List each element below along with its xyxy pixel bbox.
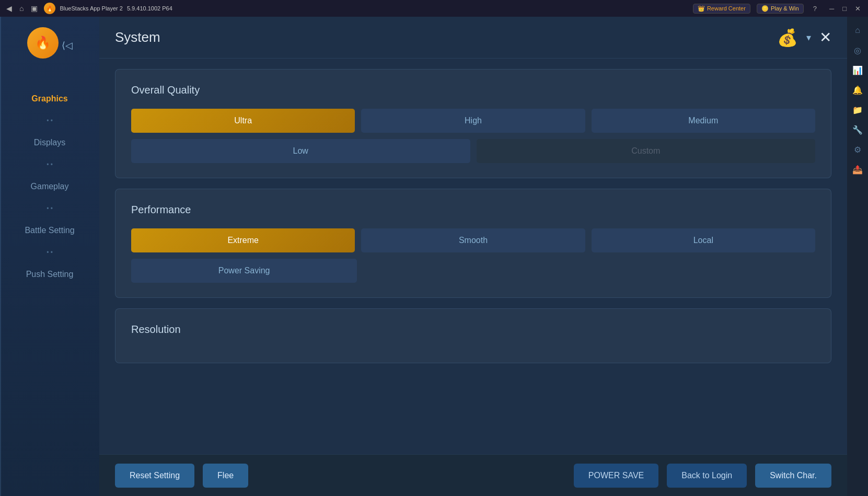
quality-medium-button[interactable]: Medium — [592, 109, 815, 133]
right-icon-stats[interactable]: 📊 — [848, 61, 867, 79]
right-icon-home[interactable]: ⌂ — [848, 21, 867, 40]
reward-center-button[interactable]: 👑 Reward Center — [693, 4, 750, 14]
sidebar-logo: 🔥 ⟨◁ — [27, 27, 73, 64]
sidebar-avatar: 🔥 — [27, 27, 59, 59]
sidebar-item-graphics[interactable]: Graphics — [0, 85, 99, 113]
crown-icon: 👑 — [698, 5, 705, 12]
performance-row-1: Extreme Smooth Local — [131, 228, 815, 252]
right-icon-upload[interactable]: 📤 — [848, 160, 867, 179]
perf-smooth-button[interactable]: Smooth — [361, 228, 585, 252]
sidebar-gameplay-label: Gameplay — [31, 182, 69, 191]
page-button[interactable]: ▣ — [29, 3, 40, 14]
sidebar-dots-2: • • — [0, 161, 99, 168]
right-icon-eye[interactable]: ◎ — [848, 41, 867, 60]
window-close-button[interactable]: ✕ — [852, 4, 864, 14]
sidebar-item-battle-setting[interactable]: Battle Setting — [0, 216, 99, 245]
performance-row-2: Power Saving — [131, 259, 815, 283]
play-win-button[interactable]: 🪙 Play & Win — [757, 4, 804, 14]
perf-extreme-button[interactable]: Extreme — [131, 228, 355, 252]
money-bag-icon: 💰 — [777, 28, 798, 48]
sidebar-logo-arrows: ⟨◁ — [62, 40, 73, 51]
scrollable-content: Overall Quality Ultra High Medium Low Cu… — [99, 59, 847, 454]
sidebar-graphics-label: Graphics — [31, 94, 67, 103]
perf-local-button[interactable]: Local — [592, 228, 815, 252]
quality-low-button[interactable]: Low — [131, 139, 470, 163]
sidebar-dots-4: • • — [0, 249, 99, 256]
power-save-button[interactable]: POWER SAVE — [574, 464, 658, 488]
main-area: 🔥 ⟨◁ Graphics • • Displays • • Gameplay … — [0, 17, 868, 496]
sidebar-dots-1: • • — [0, 117, 99, 124]
flee-button[interactable]: Flee — [203, 464, 248, 488]
resolution-title: Resolution — [131, 324, 815, 336]
right-icon-gear[interactable]: ⚙ — [848, 140, 867, 159]
system-close-button[interactable]: ✕ — [819, 29, 831, 46]
app-version: 5.9.410.1002 P64 — [127, 5, 172, 11]
resolution-section: Resolution — [115, 308, 831, 363]
quality-button-grid: Ultra High Medium Low Custom — [131, 109, 815, 163]
app-icon: 🔥 — [44, 3, 55, 14]
reward-center-label: Reward Center — [707, 5, 746, 11]
performance-button-grid: Extreme Smooth Local Power Saving — [131, 228, 815, 283]
sidebar: 🔥 ⟨◁ Graphics • • Displays • • Gameplay … — [0, 17, 99, 496]
dropdown-arrow-icon[interactable]: ▾ — [806, 32, 811, 43]
minimize-button[interactable]: ─ — [826, 4, 837, 14]
performance-title: Performance — [131, 204, 815, 216]
header-right: 💰 ▾ ✕ — [777, 28, 831, 48]
window-controls: ─ □ ✕ — [826, 4, 864, 14]
overall-quality-title: Overall Quality — [131, 84, 815, 96]
sidebar-item-displays[interactable]: Displays — [0, 129, 99, 157]
page-title: System — [115, 29, 160, 45]
maximize-button[interactable]: □ — [839, 4, 850, 14]
quality-custom-button[interactable]: Custom — [477, 139, 816, 163]
quality-row-1: Ultra High Medium — [131, 109, 815, 133]
help-button[interactable]: ? — [810, 4, 820, 14]
quality-ultra-button[interactable]: Ultra — [131, 109, 355, 133]
right-icon-tool[interactable]: 🔧 — [848, 120, 867, 139]
bottom-toolbar: Reset Setting Flee POWER SAVE Back to Lo… — [99, 454, 847, 496]
quality-row-2: Low Custom — [131, 139, 815, 163]
sidebar-battle-label: Battle Setting — [25, 226, 74, 235]
right-icon-bell[interactable]: 🔔 — [848, 80, 867, 99]
sidebar-item-gameplay[interactable]: Gameplay — [0, 172, 99, 201]
reset-setting-button[interactable]: Reset Setting — [115, 464, 194, 488]
right-sidebar: ⌂ ◎ 📊 🔔 📁 🔧 ⚙ 📤 — [847, 17, 868, 496]
back-button[interactable]: ◀ — [4, 3, 14, 14]
title-bar-controls: 👑 Reward Center 🪙 Play & Win ? ─ □ ✕ — [693, 4, 864, 14]
system-header: System 💰 ▾ ✕ — [99, 17, 847, 59]
right-icon-folder[interactable]: 📁 — [848, 100, 867, 119]
sidebar-displays-label: Displays — [34, 138, 65, 147]
perf-power-saving-button[interactable]: Power Saving — [131, 259, 357, 283]
app-title: BlueStacks App Player 2 — [60, 5, 122, 11]
coin-icon: 🪙 — [761, 5, 769, 12]
overall-quality-section: Overall Quality Ultra High Medium Low Cu… — [115, 69, 831, 178]
performance-section: Performance Extreme Smooth Local Power S… — [115, 189, 831, 298]
home-button[interactable]: ⌂ — [17, 3, 26, 14]
sidebar-item-push-setting[interactable]: Push Setting — [0, 260, 99, 289]
nav-controls: ◀ ⌂ ▣ — [4, 3, 40, 14]
quality-high-button[interactable]: High — [361, 109, 585, 133]
title-bar: ◀ ⌂ ▣ 🔥 BlueStacks App Player 2 5.9.410.… — [0, 0, 868, 17]
title-bar-left: ◀ ⌂ ▣ 🔥 BlueStacks App Player 2 5.9.410.… — [4, 3, 172, 14]
sidebar-nav: Graphics • • Displays • • Gameplay • • B… — [0, 85, 99, 289]
back-to-login-button[interactable]: Back to Login — [667, 464, 747, 488]
sidebar-push-label: Push Setting — [26, 270, 74, 279]
switch-char-button[interactable]: Switch Char. — [755, 464, 831, 488]
content-area: System 💰 ▾ ✕ Overall Quality Ultra High … — [99, 17, 847, 496]
play-win-label: Play & Win — [771, 5, 799, 11]
sidebar-dots-3: • • — [0, 205, 99, 212]
